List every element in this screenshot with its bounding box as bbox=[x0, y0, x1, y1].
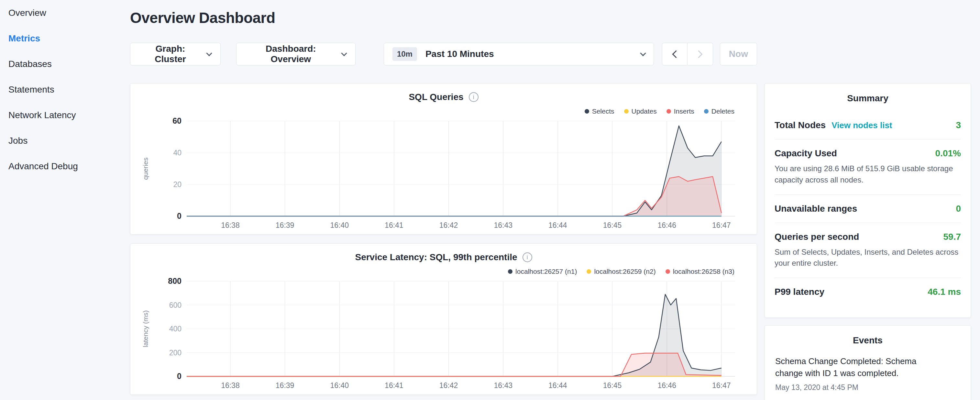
svg-text:20: 20 bbox=[173, 180, 181, 189]
legend-label: localhost:26257 (n1) bbox=[515, 268, 577, 276]
time-range-selector[interactable]: 10m Past 10 Minutes bbox=[384, 43, 654, 65]
legend-dot bbox=[508, 269, 512, 274]
chart-svg: 16:3816:3916:4016:4116:4216:4316:4416:45… bbox=[138, 277, 749, 393]
svg-text:16:39: 16:39 bbox=[276, 381, 294, 390]
svg-text:16:44: 16:44 bbox=[549, 221, 567, 229]
svg-text:800: 800 bbox=[168, 277, 181, 285]
sidebar-item-advanced-debug[interactable]: Advanced Debug bbox=[8, 153, 129, 179]
time-next-button[interactable] bbox=[687, 43, 713, 65]
legend-item-updates: Updates bbox=[624, 107, 657, 115]
summary-row-capacity-used: Capacity Used 0.01% You are using 28.6 M… bbox=[775, 139, 961, 195]
svg-text:16:40: 16:40 bbox=[330, 221, 349, 229]
summary-title: Summary bbox=[775, 83, 961, 112]
time-range-badge: 10m bbox=[393, 47, 417, 61]
event-timestamp: May 13, 2020 at 4:45 PM bbox=[775, 383, 960, 392]
legend-label: Deletes bbox=[711, 107, 735, 115]
summary-label: P99 latency bbox=[775, 287, 824, 297]
svg-text:16:44: 16:44 bbox=[549, 381, 567, 390]
legend-item-localhost-26259-n2-: localhost:26259 (n2) bbox=[587, 268, 655, 276]
chevron-down-icon bbox=[341, 50, 347, 56]
sidebar-item-jobs[interactable]: Jobs bbox=[8, 128, 129, 153]
legend-dot bbox=[667, 109, 671, 113]
chart-plot[interactable]: 16:3816:3916:4016:4116:4216:4316:4416:45… bbox=[138, 277, 749, 393]
legend-dot bbox=[624, 109, 628, 113]
svg-text:16:38: 16:38 bbox=[221, 381, 240, 390]
summary-label: Unavailable ranges bbox=[775, 204, 857, 214]
svg-text:400: 400 bbox=[169, 325, 181, 333]
svg-text:16:45: 16:45 bbox=[603, 221, 622, 229]
svg-text:60: 60 bbox=[172, 116, 181, 125]
svg-text:16:43: 16:43 bbox=[494, 381, 512, 390]
svg-text:16:47: 16:47 bbox=[712, 221, 731, 229]
svg-text:latency (ms): latency (ms) bbox=[142, 310, 149, 347]
chevron-right-icon bbox=[695, 50, 703, 58]
chart-plot[interactable]: 16:3816:3916:4016:4116:4216:4316:4416:45… bbox=[138, 116, 749, 233]
svg-text:16:43: 16:43 bbox=[494, 221, 512, 229]
chart-legend: SelectsUpdatesInsertsDeletes bbox=[138, 107, 749, 116]
svg-text:16:40: 16:40 bbox=[330, 381, 349, 390]
legend-item-inserts: Inserts bbox=[667, 107, 694, 115]
legend-dot bbox=[587, 269, 591, 274]
graph-dropdown-label: Graph: Cluster bbox=[140, 44, 201, 64]
sql-queries-chart-panel: SQL Queries SelectsUpdatesInsertsDeletes… bbox=[130, 83, 757, 234]
legend-label: Inserts bbox=[674, 107, 694, 115]
sidebar-item-statements[interactable]: Statements bbox=[8, 77, 129, 102]
summary-row-total-nodes: Total Nodes View nodes list 3 bbox=[775, 112, 961, 139]
summary-description: You are using 28.6 MiB of 515.9 GiB usab… bbox=[775, 163, 961, 186]
summary-value: 0.01% bbox=[935, 148, 961, 159]
svg-text:16:39: 16:39 bbox=[276, 221, 294, 229]
legend-item-deletes: Deletes bbox=[704, 107, 735, 115]
chevron-down-icon bbox=[640, 50, 646, 56]
legend-dot bbox=[704, 109, 708, 113]
summary-label: Capacity Used bbox=[775, 148, 837, 159]
svg-text:16:42: 16:42 bbox=[439, 221, 458, 229]
sidebar-item-databases[interactable]: Databases bbox=[8, 51, 129, 77]
svg-text:16:42: 16:42 bbox=[439, 381, 458, 390]
view-nodes-list-link[interactable]: View nodes list bbox=[832, 120, 892, 131]
now-button[interactable]: Now bbox=[720, 43, 757, 65]
service-latency-chart-panel: Service Latency: SQL, 99th percentile lo… bbox=[130, 243, 757, 395]
info-icon[interactable] bbox=[469, 92, 479, 102]
legend-label: localhost:26258 (n3) bbox=[673, 268, 735, 276]
summary-row-queries-per-second: Queries per second 59.7 Sum of Selects, … bbox=[775, 223, 961, 278]
graph-dropdown[interactable]: Graph: Cluster bbox=[130, 43, 221, 65]
time-pager bbox=[662, 43, 713, 65]
dashboard-dropdown[interactable]: Dashboard: Overview bbox=[236, 43, 356, 65]
time-range-label: Past 10 Minutes bbox=[425, 49, 494, 59]
chart-svg: 16:3816:3916:4016:4116:4216:4316:4416:45… bbox=[138, 116, 749, 233]
sidebar-item-metrics[interactable]: Metrics bbox=[8, 25, 129, 51]
summary-label: Queries per second bbox=[775, 232, 859, 242]
right-column: Summary Total Nodes View nodes list 3 Ca… bbox=[765, 83, 971, 400]
legend-label: Selects bbox=[592, 107, 614, 115]
legend-dot bbox=[585, 109, 589, 113]
controls-bar: Graph: Cluster Dashboard: Overview 10m P… bbox=[130, 43, 757, 65]
summary-row-p99-latency: P99 latency 46.1 ms bbox=[775, 278, 961, 306]
summary-description: Sum of Selects, Updates, Inserts, and De… bbox=[775, 247, 961, 269]
sidebar-item-network-latency[interactable]: Network Latency bbox=[8, 102, 129, 128]
dashboard-dropdown-label: Dashboard: Overview bbox=[245, 44, 336, 64]
summary-value: 59.7 bbox=[943, 232, 961, 242]
svg-text:16:41: 16:41 bbox=[385, 381, 404, 390]
page-title: Overview Dashboard bbox=[130, 9, 757, 27]
svg-text:16:38: 16:38 bbox=[221, 221, 240, 229]
svg-text:600: 600 bbox=[169, 301, 181, 309]
sidebar-item-overview[interactable]: Overview bbox=[8, 0, 129, 25]
info-icon[interactable] bbox=[522, 252, 532, 262]
legend-label: Updates bbox=[632, 107, 657, 115]
svg-text:16:41: 16:41 bbox=[385, 221, 404, 229]
legend-label: localhost:26259 (n2) bbox=[594, 268, 655, 276]
sidebar: Overview Metrics Databases Statements Ne… bbox=[0, 0, 129, 179]
svg-text:16:45: 16:45 bbox=[603, 381, 622, 390]
chart-title: Service Latency: SQL, 99th percentile bbox=[355, 252, 517, 263]
time-prev-button[interactable] bbox=[662, 43, 687, 65]
svg-text:0: 0 bbox=[177, 371, 181, 381]
svg-text:0: 0 bbox=[177, 211, 181, 220]
legend-item-localhost-26257-n1-: localhost:26257 (n1) bbox=[508, 268, 577, 276]
event-item: Schema Change Completed: Schema change w… bbox=[775, 355, 960, 392]
event-text: Schema Change Completed: Schema change w… bbox=[775, 355, 931, 379]
legend-dot bbox=[665, 269, 670, 274]
svg-text:16:47: 16:47 bbox=[712, 381, 731, 390]
svg-text:200: 200 bbox=[169, 349, 181, 357]
svg-text:16:46: 16:46 bbox=[657, 221, 676, 229]
svg-text:queries: queries bbox=[142, 158, 149, 180]
